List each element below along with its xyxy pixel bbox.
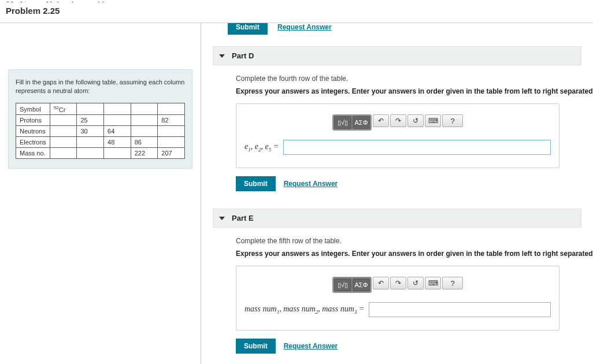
- cell: 30: [77, 126, 104, 137]
- part-e-header[interactable]: Part E: [213, 209, 581, 228]
- cell: [77, 137, 104, 148]
- cell: [158, 137, 185, 148]
- redo-icon[interactable]: ↷: [390, 277, 406, 289]
- chapter-link-text: 02: Atoms, Molecules, and Ions: [6, 0, 117, 2]
- cell: [104, 115, 131, 126]
- reset-icon[interactable]: ↺: [407, 277, 424, 289]
- part-d: Part D Complete the fourth row of the ta…: [213, 46, 581, 191]
- cell: 86: [131, 137, 158, 148]
- table-row: Mass no. 222 207: [16, 148, 185, 159]
- part-d-instr1: Complete the fourth row of the table.: [236, 75, 576, 83]
- cell: [131, 115, 158, 126]
- prompt-text: Fill in the gaps in the following table,…: [16, 78, 185, 96]
- cell: [104, 148, 131, 159]
- answer-panel: Submit Request Answer Part D Complete th…: [201, 23, 593, 364]
- part-e-answer-input[interactable]: [369, 302, 551, 317]
- templates-icon[interactable]: ▯√▯: [334, 116, 351, 129]
- cell: [158, 103, 185, 115]
- row-label: Protons: [16, 115, 50, 126]
- row-label: Symbol: [16, 103, 50, 115]
- ghost-submit-row: Submit Request Answer: [228, 23, 332, 35]
- cell: [50, 148, 77, 159]
- submit-button[interactable]: Submit: [228, 23, 268, 35]
- cell: [158, 126, 185, 137]
- prompt-box: Fill in the gaps in the following table,…: [8, 69, 192, 169]
- cell: [77, 148, 104, 159]
- cell: 222: [131, 148, 158, 159]
- templates-icon[interactable]: ▯√▯: [334, 278, 351, 291]
- request-answer-link[interactable]: Request Answer: [277, 23, 332, 31]
- part-e-instr1: Complete the fifth row of the table.: [236, 237, 576, 245]
- cell: [104, 103, 131, 115]
- chevron-down-icon: [219, 217, 225, 220]
- help-icon[interactable]: ?: [442, 277, 463, 289]
- part-d-title: Part D: [232, 51, 254, 60]
- chevron-down-icon: [219, 54, 225, 58]
- part-d-header[interactable]: Part D: [213, 46, 581, 65]
- request-answer-link[interactable]: Request Answer: [284, 180, 338, 188]
- submit-button[interactable]: Submit: [236, 339, 276, 354]
- part-e-instr2: Express your answers as integers. Enter …: [236, 250, 576, 258]
- greek-icon[interactable]: ΑΣΦ: [353, 278, 370, 291]
- redo-icon[interactable]: ↷: [390, 114, 406, 127]
- part-d-answer-input[interactable]: [283, 140, 551, 155]
- cell: 52Cr: [50, 103, 77, 115]
- request-answer-link[interactable]: Request Answer: [284, 342, 338, 350]
- reset-icon[interactable]: ↺: [407, 114, 424, 127]
- part-e-answer-label: mass num1, mass num2, mass num3 =: [244, 304, 364, 315]
- part-e-title: Part E: [232, 214, 254, 222]
- table-row: Protons 25 82: [16, 115, 185, 126]
- problem-statement-panel: Fill in the gaps in the following table,…: [0, 23, 201, 364]
- part-d-answer-box: ▯√▯ ΑΣΦ ↶ ↷ ↺ ⌨ ? e1, e2, e5 =: [236, 103, 559, 168]
- keyboard-icon[interactable]: ⌨: [425, 277, 441, 289]
- cell: 48: [104, 137, 131, 148]
- answer-toolbar: ▯√▯ ΑΣΦ ↶ ↷ ↺ ⌨ ?: [244, 114, 551, 131]
- cell: [50, 115, 77, 126]
- table-row: Symbol 52Cr: [16, 103, 185, 115]
- row-label: Electrons: [16, 137, 50, 148]
- cell: [50, 126, 77, 137]
- keyboard-icon[interactable]: ⌨: [425, 114, 441, 127]
- cell: [77, 103, 104, 115]
- undo-icon[interactable]: ↶: [373, 277, 389, 289]
- row-label: Mass no.: [16, 148, 50, 159]
- atom-table: Symbol 52Cr Protons 25 82 Neutrons: [16, 103, 185, 159]
- cell: [131, 126, 158, 137]
- table-row: Neutrons 30 64: [16, 126, 185, 137]
- answer-toolbar: ▯√▯ ΑΣΦ ↶ ↷ ↺ ⌨ ?: [244, 277, 551, 293]
- cell: [50, 137, 77, 148]
- cell: 82: [158, 115, 185, 126]
- part-d-answer-label: e1, e2, e5 =: [244, 142, 279, 153]
- help-icon[interactable]: ?: [442, 114, 463, 127]
- greek-icon[interactable]: ΑΣΦ: [353, 116, 370, 129]
- submit-button[interactable]: Submit: [236, 176, 276, 191]
- table-row: Electrons 48 86: [16, 137, 185, 148]
- cell: 64: [104, 126, 131, 137]
- part-e-answer-box: ▯√▯ ΑΣΦ ↶ ↷ ↺ ⌨ ? mass num1, mass num2, …: [236, 266, 559, 330]
- undo-icon[interactable]: ↶: [373, 114, 389, 127]
- cell: 25: [77, 115, 104, 126]
- cell: [131, 103, 158, 115]
- part-d-instr2: Express your answers as integers. Enter …: [236, 87, 576, 95]
- part-e: Part E Complete the fifth row of the tab…: [213, 209, 581, 354]
- row-label: Neutrons: [16, 126, 50, 137]
- cell: 207: [158, 148, 185, 159]
- problem-title: Problem 2.25: [0, 2, 593, 23]
